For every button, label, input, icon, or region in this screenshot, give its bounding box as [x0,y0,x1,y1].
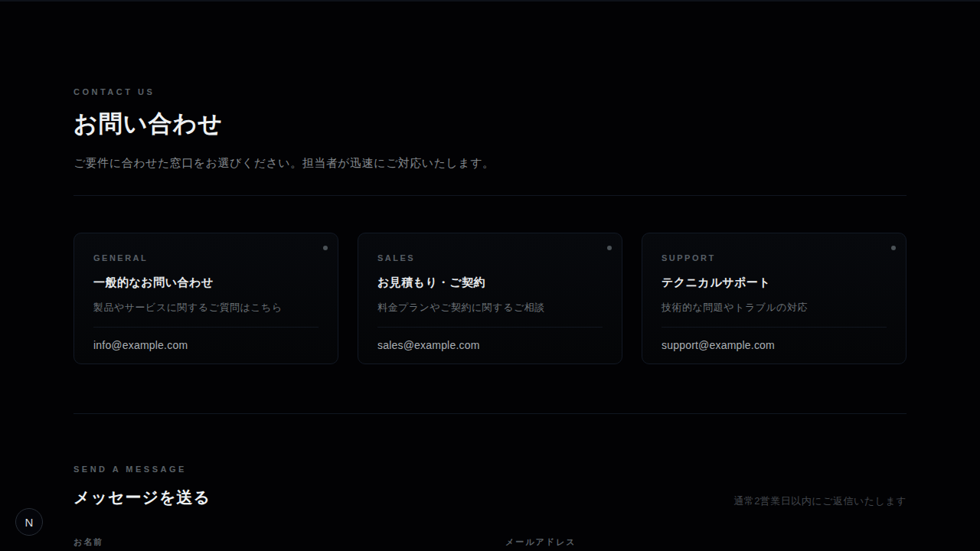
card-corner-dot [607,246,612,250]
brand-logo-letter: N [25,516,34,529]
card-description: 技術的な問題やトラブルの対応 [662,301,887,315]
message-section-title: メッセージを送る [74,487,211,508]
contact-page: CONTACT US お問い合わせ ご要件に合わせた窓口をお選びください。担当者… [74,0,906,551]
card-email-link[interactable]: sales@example.com [377,328,603,351]
card-description: 製品やサービスに関するご質問はこちら [93,301,318,315]
section-divider-top [74,195,906,196]
card-general[interactable]: GENERAL 一般的なお問い合わせ 製品やサービスに関するご質問はこちら in… [74,233,338,364]
card-title: 一般的なお問い合わせ [93,276,318,290]
name-field-group: お名前 [74,536,475,551]
card-title: お見積もり・ご契約 [377,276,603,290]
card-tag: GENERAL [93,253,318,262]
email-field-label: メールアドレス [505,536,906,548]
email-field-group: メールアドレス [505,536,906,551]
card-support[interactable]: SUPPORT テクニカルサポート 技術的な問題やトラブルの対応 support… [642,233,906,364]
card-email-link[interactable]: support@example.com [662,328,887,351]
message-eyebrow: SEND A MESSAGE [74,465,187,474]
contact-channel-cards: GENERAL 一般的なお問い合わせ 製品やサービスに関するご質問はこちら in… [74,233,906,364]
reply-time-note: 通常2営業日以内にご返信いたします [733,494,906,508]
message-form: お名前 メールアドレス [74,536,906,551]
name-field-label: お名前 [74,536,475,548]
page-description: ご要件に合わせた窓口をお選びください。担当者が迅速にご対応いたします。 [74,156,495,171]
card-tag: SUPPORT [662,253,887,262]
card-corner-dot [891,246,896,250]
card-tag: SALES [377,253,603,262]
card-sales[interactable]: SALES お見積もり・ご契約 料金プランやご契約に関するご相談 sales@e… [358,233,622,364]
section-divider-bottom [74,413,906,414]
card-description: 料金プランやご契約に関するご相談 [377,301,603,315]
card-title: テクニカルサポート [662,276,887,290]
card-email-link[interactable]: info@example.com [93,328,318,351]
card-corner-dot [323,246,328,250]
brand-logo-button[interactable]: N [15,508,43,536]
contact-eyebrow: CONTACT US [74,87,155,96]
page-title: お問い合わせ [74,108,223,140]
